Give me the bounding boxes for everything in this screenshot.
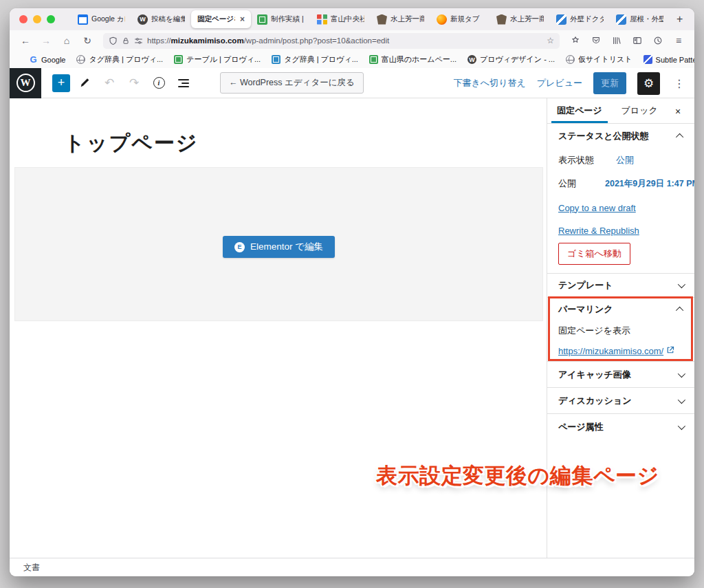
tab-toyama-chuo[interactable]: 富山中央社会 <box>311 10 371 28</box>
tab-new-tab[interactable]: 新規タブ <box>430 10 490 28</box>
window-zoom-button[interactable] <box>47 15 55 23</box>
document-breadcrumb[interactable]: 文書 <box>23 562 40 574</box>
tab-edit-page-active[interactable]: 固定ページを編 × <box>191 10 251 28</box>
new-tab-button[interactable]: + <box>670 13 690 25</box>
update-button[interactable]: 更新 <box>593 72 626 94</box>
url-domain: mizukamimiso.com <box>171 36 244 45</box>
bookmark-label: Subtle Patterns | Fr... <box>656 56 694 64</box>
undo-icon[interactable]: ↶ <box>99 73 120 94</box>
bookmark-subtle-patterns[interactable]: Subtle Patterns | Fr... <box>639 54 694 65</box>
featured-image-section-header[interactable]: アイキャッチ画像 <box>547 361 694 387</box>
copy-to-new-draft-link[interactable]: Copy to a new draft <box>558 203 636 213</box>
permalink-section-header[interactable]: パーマリンク <box>547 297 694 321</box>
block-inserter-button[interactable]: + <box>52 74 70 92</box>
discussion-section-header[interactable]: ディスカッション <box>547 387 694 413</box>
tab-mizukami-shop-2[interactable]: 水上芳一商店 <box>490 10 550 28</box>
status-section-header[interactable]: ステータスと公開状態 <box>547 124 694 149</box>
bookmark-tag-dict-2[interactable]: タグ辞典 | プロヴィ... <box>267 53 362 66</box>
tab-works[interactable]: 制作実績 | 富 <box>251 10 311 28</box>
permissions-icon[interactable] <box>134 36 143 45</box>
redo-icon[interactable]: ↷ <box>124 73 144 94</box>
copy-draft-row: Copy to a new draft <box>547 201 694 215</box>
list-view-icon[interactable] <box>173 73 194 94</box>
tab-label: 投稿を編集 · <box>151 14 185 24</box>
info-glyph: i <box>153 77 165 89</box>
library-icon[interactable] <box>608 32 626 49</box>
tab-mizukami-shop-1[interactable]: 水上芳一商店 <box>371 10 430 28</box>
history-icon[interactable] <box>649 32 667 49</box>
tab-edit-post[interactable]: W 投稿を編集 · <box>131 10 191 28</box>
close-sidebar-icon[interactable]: × <box>667 98 689 124</box>
back-to-wp-editor-button[interactable]: ← WordPress エディターに戻る <box>220 72 364 94</box>
bookmark-star-icon[interactable]: ☆ <box>547 36 554 45</box>
elementor-icon: E <box>234 242 245 252</box>
save-page-icon[interactable] <box>566 32 584 49</box>
blue-tool-icon <box>616 14 626 25</box>
chevron-down-icon <box>678 281 685 288</box>
bookmark-temp-site-list[interactable]: 仮サイトリスト <box>562 53 637 66</box>
menu-icon[interactable]: ≡ <box>670 32 688 49</box>
page-title[interactable]: トップページ <box>64 129 199 157</box>
preview-button[interactable]: プレビュー <box>537 77 582 89</box>
chevron-down-icon <box>678 395 685 403</box>
lock-icon[interactable] <box>122 36 130 45</box>
blue-tool-icon <box>556 14 566 25</box>
window-close-button[interactable] <box>19 15 28 23</box>
back-icon[interactable]: ← <box>16 32 34 49</box>
view-page-row: 固定ページを表示 <box>547 324 694 338</box>
section-title: ステータスと公開状態 <box>558 130 649 142</box>
reload-icon[interactable]: ↻ <box>78 32 96 49</box>
sidebar-toggle-icon[interactable] <box>628 32 646 49</box>
rewrite-row: Rewrite & Republish <box>547 224 694 237</box>
editor-actions: 下書きへ切り替え プレビュー 更新 ⚙ ⋮ <box>454 68 688 98</box>
bookmark-toyama-homepage[interactable]: 富山県のホームペー... <box>365 53 461 66</box>
bookmark-provi-design[interactable]: W プロヴィデザイン - ... <box>463 53 559 66</box>
blue-doc-icon <box>272 55 280 64</box>
pocket-icon[interactable] <box>587 32 605 49</box>
view-page-label: 固定ページを表示 <box>558 325 630 337</box>
window-minimize-button[interactable] <box>33 15 41 23</box>
wordpress-icon: W <box>138 14 148 25</box>
details-info-icon[interactable]: i <box>148 73 169 94</box>
elementor-block-placeholder: E Elementor で編集 <box>14 167 543 321</box>
tab-page-settings[interactable]: 固定ページ <box>547 98 612 123</box>
edit-with-elementor-button[interactable]: E Elementor で編集 <box>223 236 335 258</box>
move-to-trash-button[interactable]: ゴミ箱へ移動 <box>558 243 630 265</box>
section-title: パーマリンク <box>558 303 613 316</box>
tab-gaiheki-doctor[interactable]: 外壁ドクター <box>550 10 610 28</box>
wp-admin-home-button[interactable]: W <box>10 68 41 98</box>
publish-label: 公開 <box>558 177 597 190</box>
bookmark-google[interactable]: G Google <box>25 54 69 65</box>
publish-date-link[interactable]: 2021年9月29日 1:47 PM <box>605 178 694 190</box>
tab-block-settings[interactable]: ブロック <box>612 98 668 123</box>
rewrite-republish-link[interactable]: Rewrite & Republish <box>558 226 639 236</box>
url-bar[interactable]: https://mizukamimiso.com/wp-admin/post.p… <box>103 33 560 49</box>
tab-close-icon[interactable]: × <box>239 14 245 24</box>
tracking-shield-icon[interactable] <box>109 36 118 45</box>
tab-yane-gaiheki[interactable]: 屋根・外壁ド <box>610 10 670 28</box>
tab-label: 水上芳一商店 <box>390 14 424 24</box>
chevron-down-icon <box>678 369 685 377</box>
grid-logo-icon <box>317 14 327 25</box>
options-menu-icon[interactable]: ⋮ <box>671 77 688 90</box>
settings-gear-button[interactable]: ⚙ <box>637 72 660 95</box>
publish-row: 公開 2021年9月29日 1:47 PM <box>547 176 694 191</box>
tab-label: 固定ページを編 <box>197 14 235 24</box>
crest-icon <box>496 14 507 25</box>
permalink-url-link[interactable]: https://mizukamimiso.com/ <box>558 346 663 356</box>
edit-mode-pencil-icon[interactable] <box>74 73 95 94</box>
editor-canvas: トップページ E Elementor で編集 表示設定変更後の編集ページ <box>10 98 547 558</box>
switch-to-draft-button[interactable]: 下書きへ切り替え <box>454 77 526 89</box>
url-text[interactable]: https://mizukamimiso.com/wp-admin/post.p… <box>147 36 542 45</box>
template-section-header[interactable]: テンプレート <box>547 273 694 297</box>
bookmark-tag-dict-1[interactable]: タグ辞典 | プロヴィ... <box>72 53 167 66</box>
tab-label: 富山中央社会 <box>331 14 364 24</box>
forward-icon[interactable]: → <box>37 32 55 49</box>
home-icon[interactable]: ⌂ <box>58 32 76 49</box>
bookmark-table[interactable]: テーブル | プロヴィ... <box>170 53 265 66</box>
page-attributes-section-header[interactable]: ページ属性 <box>547 413 694 439</box>
tab-google-calendar[interactable]: Google カレン <box>72 10 131 28</box>
tab-strip: Google カレン W 投稿を編集 · 固定ページを編 × 制作実績 | 富 … <box>72 8 689 30</box>
tab-label: 水上芳一商店 <box>510 14 544 24</box>
visibility-value-link[interactable]: 公開 <box>616 154 634 166</box>
